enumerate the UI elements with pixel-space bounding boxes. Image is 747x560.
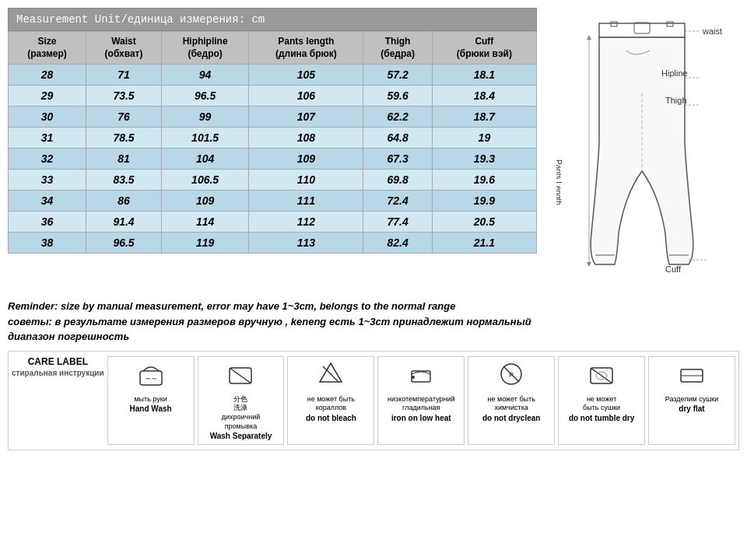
column-header: Cuff(брюки вэй) xyxy=(432,32,536,65)
table-cell-pants: 111 xyxy=(249,191,363,212)
svg-rect-4 xyxy=(667,22,673,26)
table-cell-thigh: 64.8 xyxy=(363,128,432,149)
svg-line-24 xyxy=(230,368,251,383)
table-cell-thigh: 72.4 xyxy=(363,191,432,212)
care-icon-6 xyxy=(678,360,706,392)
table-cell-thigh: 69.8 xyxy=(363,170,432,191)
table-row: 3383.5106.511069.819.6 xyxy=(9,170,537,191)
table-cell-thigh: 77.4 xyxy=(363,212,432,233)
care-icon-0: ∼∼ xyxy=(137,360,165,392)
svg-marker-15 xyxy=(587,262,591,267)
table-cell-cuff: 21.1 xyxy=(432,233,536,254)
table-section: Measurement Unit/единица измерения: cm S… xyxy=(8,8,537,288)
table-cell-thigh: 67.3 xyxy=(363,149,432,170)
reminder-section: Reminder: size by manual measurement, er… xyxy=(8,299,537,345)
table-cell-hip: 99 xyxy=(162,107,249,128)
svg-text:Hipline: Hipline xyxy=(661,68,688,78)
table-cell-size: 29 xyxy=(9,86,86,107)
svg-marker-25 xyxy=(320,363,342,382)
svg-marker-14 xyxy=(587,35,591,40)
svg-point-28 xyxy=(412,376,415,379)
care-text-3: низкотемпературний гладильная iron on lo… xyxy=(388,395,455,423)
table-cell-waist: 76 xyxy=(86,107,162,128)
table-cell-thigh: 59.6 xyxy=(363,86,432,107)
svg-line-26 xyxy=(323,366,338,382)
table-cell-hip: 104 xyxy=(162,149,249,170)
svg-text:waist: waist xyxy=(702,26,722,36)
table-cell-thigh: 57.2 xyxy=(363,65,432,86)
table-cell-cuff: 18.1 xyxy=(432,65,536,86)
table-cell-cuff: 18.7 xyxy=(432,107,536,128)
table-cell-hip: 109 xyxy=(162,191,249,212)
table-cell-cuff: 19.3 xyxy=(432,149,536,170)
table-row: 348610911172.419.9 xyxy=(9,191,537,212)
table-cell-size: 30 xyxy=(9,107,86,128)
care-item-2: не может быть кораллов do not bleach xyxy=(287,356,374,446)
table-cell-size: 34 xyxy=(9,191,86,212)
table-cell-thigh: 82.4 xyxy=(363,233,432,254)
care-text-5: не может быть сушки do not tumble dry xyxy=(569,395,634,423)
table-cell-size: 31 xyxy=(9,128,86,149)
care-text-4: не может быть химчистка do not dryclean xyxy=(482,395,540,423)
svg-text:P: P xyxy=(509,371,514,379)
table-cell-pants: 110 xyxy=(249,170,363,191)
care-text-6: Разделим сушки dry flat xyxy=(665,395,719,415)
care-icon-5 xyxy=(587,360,615,392)
care-icon-1 xyxy=(226,360,254,392)
table-cell-pants: 105 xyxy=(249,65,363,86)
table-cell-size: 36 xyxy=(9,212,86,233)
care-item-0: ∼∼ мыть руки Hand Wash xyxy=(107,356,195,446)
table-cell-thigh: 62.2 xyxy=(363,107,432,128)
table-cell-pants: 113 xyxy=(249,233,363,254)
svg-rect-5 xyxy=(634,23,650,33)
table-cell-pants: 109 xyxy=(249,149,363,170)
care-icon-4: P xyxy=(497,360,525,392)
table-cell-size: 33 xyxy=(9,170,86,191)
column-header: Waist(обхват) xyxy=(86,32,162,65)
care-item-4: P не может быть химчистка do not dryclea… xyxy=(468,356,555,446)
svg-text:∼∼: ∼∼ xyxy=(145,374,157,383)
table-cell-cuff: 19 xyxy=(432,128,536,149)
care-item-3: низкотемпературний гладильная iron on lo… xyxy=(377,356,465,446)
table-row: 30769910762.218.7 xyxy=(9,107,537,128)
table-row: 2973.596.510659.618.4 xyxy=(9,86,537,107)
svg-text:Pants Length: Pants Length xyxy=(556,159,563,205)
table-cell-cuff: 19.6 xyxy=(432,170,536,191)
care-item-5: не может быть сушки do not tumble dry xyxy=(558,356,645,446)
table-cell-waist: 91.4 xyxy=(86,212,162,233)
table-cell-waist: 73.5 xyxy=(86,86,162,107)
column-header: Thigh(бедра) xyxy=(363,32,432,65)
care-section: CARE LABEL стиральная инструкции ∼∼ мыть… xyxy=(8,351,739,451)
reminder-en: Reminder: size by manual measurement, er… xyxy=(8,299,537,314)
table-cell-size: 38 xyxy=(9,233,86,254)
table-header: Size(размер)Waist(обхват)Hiphipline(бедр… xyxy=(9,32,537,65)
table-cell-hip: 119 xyxy=(162,233,249,254)
column-header: Hiphipline(бедро) xyxy=(162,32,249,65)
table-cell-hip: 106.5 xyxy=(162,170,249,191)
measurement-table: Size(размер)Waist(обхват)Hiphipline(бедр… xyxy=(8,31,537,254)
table-cell-pants: 106 xyxy=(249,86,363,107)
care-text-0: мыть руки Hand Wash xyxy=(130,395,172,415)
table-row: 328110410967.319.3 xyxy=(9,149,537,170)
table-row: 3896.511911382.421.1 xyxy=(9,233,537,254)
column-header: Size(размер) xyxy=(9,32,86,65)
svg-rect-3 xyxy=(611,22,617,26)
care-label-title: CARE LABEL стиральная инструкции xyxy=(12,356,104,379)
table-cell-pants: 108 xyxy=(249,128,363,149)
table-row: 3691.411411277.420.5 xyxy=(9,212,537,233)
table-cell-hip: 114 xyxy=(162,212,249,233)
svg-line-33 xyxy=(591,368,612,383)
table-cell-pants: 112 xyxy=(249,212,363,233)
table-cell-cuff: 20.5 xyxy=(432,212,536,233)
table-cell-waist: 83.5 xyxy=(86,170,162,191)
table-cell-waist: 78.5 xyxy=(86,128,162,149)
reminder-ru: советы: в результате измерения размеров … xyxy=(8,314,537,345)
care-icon-3 xyxy=(407,360,435,392)
svg-rect-0 xyxy=(599,23,685,37)
svg-text:Thigh: Thigh xyxy=(665,96,687,105)
table-cell-waist: 86 xyxy=(86,191,162,212)
care-item-1: 分色 洗涤 дихроичний промывка Wash Separatel… xyxy=(198,356,285,446)
care-items: ∼∼ мыть руки Hand Wash 分色 洗涤 дихроичний … xyxy=(107,356,735,446)
table-cell-waist: 81 xyxy=(86,149,162,170)
pants-diagram: waist Hipline Thigh Pants Length Pants L… xyxy=(545,8,739,288)
